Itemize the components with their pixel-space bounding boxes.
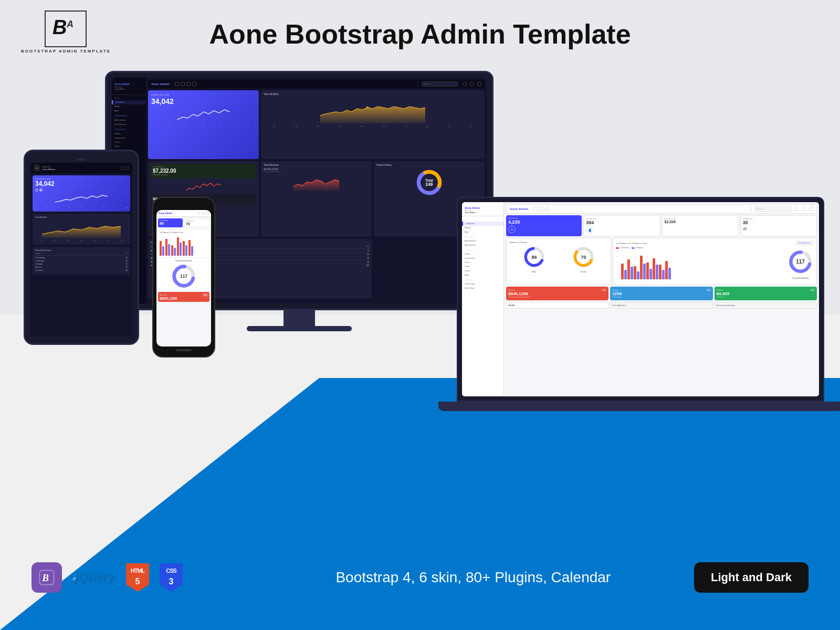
monitor-sidebar-components[interactable]: Components [112,136,146,140]
laptop-patients-label: Patients [717,289,723,291]
laptop-sidebar-auth[interactable]: Authentication [462,239,503,243]
monitor-stat-value: 34,042 [151,97,256,106]
laptop-bar-2r [627,259,630,279]
monitor-nav-icon3[interactable] [186,82,191,86]
laptop-patients-sub: ~%6.4 up [717,296,815,298]
phone-bar-2b [168,244,170,256]
laptop-nav-user[interactable] [802,207,806,211]
monitor-sidebar-utilities[interactable]: Utilities [112,132,146,136]
laptop-show-by-months[interactable]: Show By Monthly ▾ [796,241,814,245]
monitor-time-admitted-chart [264,97,482,123]
monitor-sidebar-tables[interactable]: Tables [112,144,146,149]
monitor-patient-history-donut: Total 249 [415,168,444,197]
monitor-nav-settings[interactable] [477,82,481,86]
laptop-stat-ambulance-icon: 🚑 [743,226,814,230]
laptop-sidebar-utilities[interactable]: Utilities [462,252,503,256]
monitor-total-rev-card: Total Revenue $346,042k Get from 5786 cu… [261,161,372,237]
phone-nav-icon3[interactable] [206,212,209,215]
laptop-nav-icon3[interactable] [545,207,549,211]
laptop-revenue-card: Revenue New $845,1258 ~%18 decrease from… [506,287,608,300]
phone-bar-1b [162,246,164,256]
bootstrap-badge: B [32,562,62,593]
laptop-sidebar-extra[interactable]: Extra Pages [462,286,503,290]
tablet-icon2[interactable] [126,166,130,170]
laptop-sidebar-maps[interactable]: Maps [462,273,503,277]
laptop-gender-chart-title: Patients by Gender [509,241,608,244]
monitor-sidebar-apps[interactable]: Apps [112,109,146,113]
laptop-revenue-value: $845,1258 [508,291,606,296]
svg-text:Total: Total [425,178,433,182]
laptop-revenue-label: Revenue [508,289,516,291]
laptop-sidebar-dashboard[interactable]: Dashboard [462,222,503,226]
laptop-stat-avg-cost: Avg Treat. Costs $2,526 [662,215,739,236]
monitor-sidebar-auth[interactable]: Authentication [112,118,146,122]
laptop-sidebar: Aone Admin Welcome Joan Wilkins MENU Das… [462,202,504,396]
laptop-bar-7b [662,270,665,279]
laptop-nav-settings[interactable] [809,207,813,211]
phone-bar-1a [160,241,162,256]
laptop-bar-8b [668,268,671,279]
laptop-nav-icon1[interactable] [533,207,538,211]
light-dark-badge: Light and Dark [694,562,808,593]
phone-donut-title: Hospital Bed Availability [160,260,208,262]
laptop-sidebar-charts[interactable]: Charts [462,269,503,273]
laptop-stat-heart-icon: ♥ [508,226,516,233]
monitor-nav-bell[interactable] [463,82,467,86]
laptop-patients-value: 84,965 [717,291,815,296]
laptop-nav-icon2[interactable] [539,207,543,211]
phone-nav-icon1[interactable] [197,212,201,215]
phone-notch [173,203,194,207]
monitor-sidebar-forms[interactable]: Forms [112,140,146,144]
laptop-sidebar-usefull[interactable]: Usefull Page [462,282,503,286]
monitor-ops-income: Operations Income [153,174,254,176]
phone-bar-3b [174,248,176,256]
phone-bar-6a [188,240,191,256]
monitor-nav-icon1[interactable] [175,82,179,86]
laptop-search-input[interactable]: Search [754,206,791,212]
svg-marker-4 [293,180,340,191]
tablet-time-admitted-label: Time Admitted [35,216,128,218]
monitor-sidebar-dashboard[interactable]: Dashboard [112,100,146,104]
laptop-stat-patients-value: 4,235 [508,219,580,225]
tablet-device: JW Welcome Joan Wilkins Patients this mo… [24,150,139,345]
monitor-search-input[interactable]: Search [422,81,458,87]
laptop-nav-bell[interactable] [794,207,799,211]
phone-revenue-label: Revenue [160,294,167,296]
laptop-bar-4b [643,264,646,279]
laptop-bottom-strip2: Time Admitted [610,302,712,309]
laptop-legend-out [616,247,619,249]
laptop-sidebar-forms[interactable]: Forms [462,260,503,265]
monitor-nav-user[interactable] [470,82,474,86]
laptop-patients-card: Patients View 84,965 ~%6.4 up [715,287,817,300]
laptop-sidebar-tables[interactable]: Tables [462,265,503,269]
devices-section: Aone Admin Welcome Joan Wilkins MENU Das… [0,55,840,433]
monitor-stat-label: Patients this month [151,93,256,96]
monitor-nav-icon4[interactable] [192,82,196,86]
laptop-sidebar-apps[interactable]: Apps [462,230,503,234]
phone-bar-4b [180,243,182,256]
laptop-sidebar-components[interactable]: Components [462,256,503,260]
phone-title: Aone Admin [159,212,172,215]
laptop-bar-3r [634,266,636,279]
laptop-revenue-sub: ~%18 decrease from last month [508,296,606,298]
monitor-nav-title: Aone Admin [151,82,170,86]
monitor-revenue-mini-chart [151,180,256,193]
laptop-bar-2b [631,267,633,279]
laptop-bar-8r [665,261,668,279]
monitor-nav-icon2[interactable] [181,82,185,86]
laptop-stat-cars: Available Cars 35 🚑 [740,215,817,236]
laptop-male-donut: 86 [522,245,546,269]
laptop-trend-title: Out Patients vs. In Patients Trend [616,242,647,245]
laptop-sidebar-mailbox[interactable]: Mailbox [462,226,503,230]
laptop-stat-staff-value: 394 [586,220,657,225]
monitor-sidebar-mailbox[interactable]: Mailbox [112,104,146,109]
laptop-sidebar-misc[interactable]: Miscellaneous [462,243,503,247]
monitor-sidebar-misc[interactable]: Miscellaneous [112,122,146,127]
tablet-stat-value: 34,042 [35,180,128,187]
laptop-surgery-label: Surgery [612,289,618,291]
laptop-stat-cost-value: $2,526 [665,220,736,224]
svg-text:117: 117 [180,274,187,279]
laptop-legend-in [632,247,635,249]
tablet-icon1[interactable] [121,166,125,170]
phone-nav-icon2[interactable] [202,212,205,215]
